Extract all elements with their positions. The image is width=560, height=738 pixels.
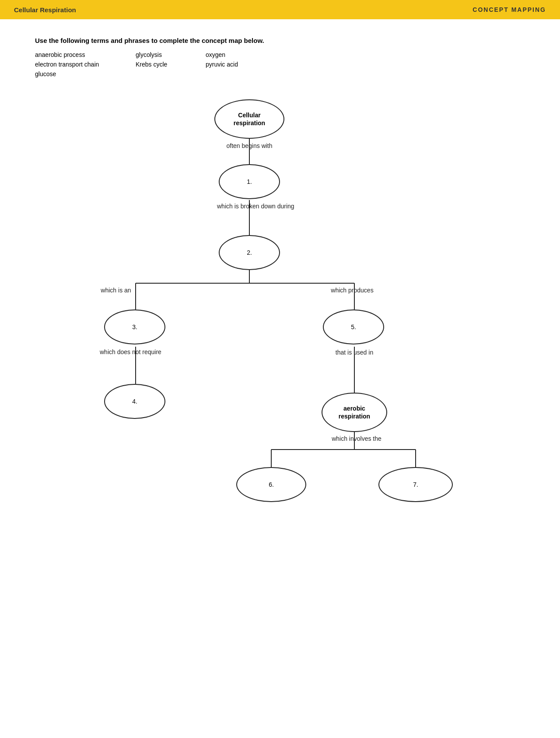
node-2: 2.: [219, 235, 280, 270]
node-7: 7.: [378, 467, 453, 502]
term-3: oxygen: [206, 51, 276, 58]
term-6: pyruvic acid: [206, 61, 276, 68]
node-3: 3.: [104, 309, 165, 344]
label-often-begins-with: often begins with: [219, 142, 280, 149]
label-which-is-an: which is an: [92, 287, 140, 294]
page-title: Cellular Respiration: [14, 6, 76, 14]
node-5: 5.: [323, 309, 384, 344]
term-5: Krebs cycle: [136, 61, 206, 68]
term-placeholder-2: [206, 70, 276, 77]
terms-list: anaerobic process glycolysis oxygen elec…: [35, 51, 525, 77]
label-which-produces: which produces: [324, 287, 381, 294]
main-content: Use the following terms and phrases to c…: [0, 19, 560, 629]
concept-map: Cellular respiration often begins with 1…: [35, 86, 525, 611]
label-used-in: that is used in: [326, 349, 383, 356]
term-2: glycolysis: [136, 51, 206, 58]
term-placeholder-1: [136, 70, 206, 77]
page-header: Cellular Respiration CONCEPT MAPPING: [0, 0, 560, 19]
term-4: electron transport chain: [35, 61, 136, 68]
label-not-require: which does not require: [100, 348, 161, 357]
node-aerobic-respiration: aerobicrespiration: [322, 393, 387, 432]
label-involves-the: which involves the: [326, 435, 387, 442]
label-broken-down: which is broken down during: [217, 202, 283, 211]
term-1: anaerobic process: [35, 51, 136, 58]
page-subtitle: CONCEPT MAPPING: [472, 6, 546, 13]
term-7: glucose: [35, 70, 136, 77]
node-cellular-respiration: Cellular respiration: [214, 99, 284, 139]
node-1: 1.: [219, 164, 280, 199]
node-4: 4.: [104, 384, 165, 419]
instructions-text: Use the following terms and phrases to c…: [35, 37, 525, 44]
node-6: 6.: [236, 467, 306, 502]
